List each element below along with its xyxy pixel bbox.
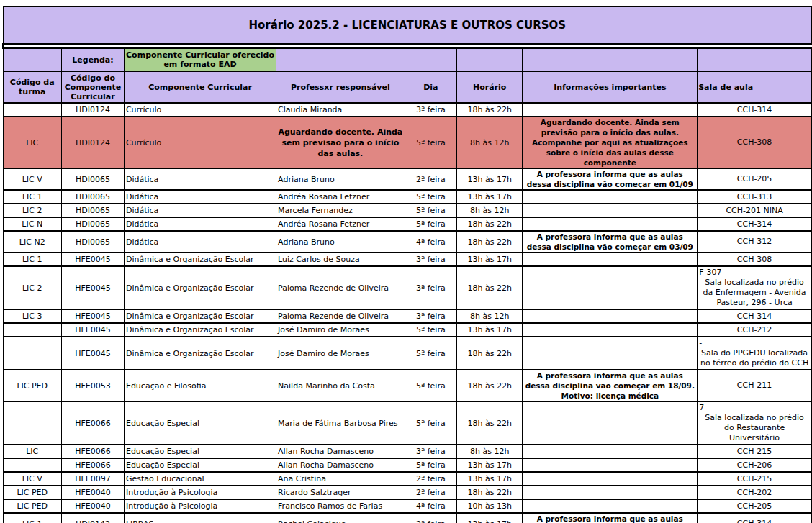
cell-professor: Adriana Bruno — [276, 231, 405, 253]
cell-horario: 13h às 17h — [457, 513, 523, 523]
cell-componente: Educação e Filosofia — [124, 370, 276, 401]
schedule-sheet: Horário 2025.2 - LICENCIATURAS E OUTROS … — [2, 6, 812, 523]
table-row: LIC N2 HDI0065 Didática Adriana Bruno 4ª… — [3, 231, 812, 253]
legend-empty-cell — [3, 48, 62, 71]
cell-dia: 4ª feira — [405, 231, 456, 253]
cell-professor: Paloma Rezende de Oliveira — [276, 266, 405, 309]
cell-componente: Currículo — [124, 117, 276, 168]
sala-text: CCH-212 — [737, 325, 772, 335]
legend-ead-note: Componente Curricular oferecido em forma… — [124, 48, 276, 71]
cell-componente: Didática — [124, 231, 276, 253]
cell-turma: LIC PED — [3, 499, 62, 513]
legend-empty-cell — [457, 48, 523, 71]
cell-turma: LIC V — [3, 168, 62, 190]
cell-horario: 13h às 17h — [457, 323, 523, 337]
cell-professor: José Damiro de Moraes — [276, 323, 405, 337]
sala-text: CCH-211 — [737, 381, 772, 390]
cell-professor: Adriana Bruno — [276, 168, 405, 190]
cell-dia: 2ª feira — [405, 472, 456, 486]
cell-turma: LIC V — [3, 472, 62, 486]
cell-dia: 5ª feira — [405, 323, 456, 337]
cell-dia: 2ª feira — [405, 513, 456, 523]
cell-dia: 3ª feira — [405, 266, 456, 309]
table-row: LIC HDI0124 Currículo Aguardando docente… — [3, 117, 812, 168]
table-row: LIC V HFE0097 Gestão Educacional Ana Cri… — [3, 472, 812, 486]
sala-text: Sala do PPGEDU localizada no térreo do p… — [700, 348, 808, 368]
sala-text: CCH-308 — [737, 137, 772, 147]
cell-professor: Claudia Miranda — [276, 103, 405, 117]
table-row: LIC 1 HDI0142 LIBRAS Rachel Colacique 2ª… — [3, 513, 812, 523]
table-row: LIC 2 HDI0065 Didática Marcela Fernandez… — [3, 204, 812, 217]
cell-sala: CCH-312 — [698, 231, 812, 253]
cell-professor: Ana Cristina — [276, 472, 405, 486]
table-row: LIC PED HFE0040 Introdução à Psicologia … — [3, 499, 812, 513]
cell-horario: 18h às 22h — [457, 217, 523, 231]
cell-horario: 8h às 12h — [457, 117, 523, 168]
cell-codigo: HDI0142 — [62, 513, 125, 523]
column-header-dia: Dia — [405, 71, 456, 103]
cell-horario: 13h às 17h — [457, 472, 523, 486]
cell-informacoes — [523, 323, 698, 337]
cell-componente: Dinâmica e Organização Escolar — [124, 253, 276, 266]
cell-sala: CCH-215 — [698, 445, 812, 458]
sala-text: CCH-314 — [737, 219, 772, 229]
sala-text: CCH-313 — [737, 192, 772, 201]
cell-informacoes: A professora informa que as aulas dessa … — [523, 168, 698, 190]
cell-turma — [3, 323, 62, 337]
table-row: HFE0066 Educação Especial Maria de Fátim… — [3, 401, 812, 445]
cell-dia: 3ª feira — [405, 445, 456, 458]
cell-dia: 5ª feira — [405, 401, 456, 445]
cell-horario: 18h às 22h — [457, 103, 523, 117]
cell-turma: LIC N2 — [3, 231, 62, 253]
sala-text: CCH-314 — [737, 519, 772, 523]
cell-informacoes — [523, 337, 698, 370]
cell-turma: LIC PED — [3, 486, 62, 499]
cell-professor: Francisco Ramos de Farias — [276, 499, 405, 513]
cell-turma: LIC 1 — [3, 253, 62, 266]
table-row: HFE0066 Educação Especial Allan Rocha Da… — [3, 458, 812, 472]
cell-sala: 7 Sala localizada no prédio do Restauran… — [698, 401, 812, 445]
cell-sala: CCH-308 — [698, 117, 812, 168]
cell-informacoes: A professora informa que as aulas dessa … — [523, 231, 698, 253]
cell-componente: Dinâmica e Organização Escolar — [124, 337, 276, 370]
cell-turma: LIC 1 — [3, 190, 62, 204]
cell-componente: Dinâmica e Organização Escolar — [124, 309, 276, 323]
legend-label: Legenda: — [62, 48, 125, 71]
sala-text: CCH-206 — [737, 460, 772, 470]
table-row: LIC 1 HDI0065 Didática Andréa Rosana Fet… — [3, 190, 812, 204]
legend-empty-cell — [523, 48, 698, 71]
cell-codigo: HFE0045 — [62, 253, 125, 266]
cell-codigo: HFE0066 — [62, 401, 125, 445]
cell-sala: CCH-308 — [698, 253, 812, 266]
cell-horario: 18h às 22h — [457, 401, 523, 445]
cell-informacoes — [523, 103, 698, 117]
cell-professor: Rachel Colacique — [276, 513, 405, 523]
table-row: LIC HFE0066 Educação Especial Allan Roch… — [3, 445, 812, 458]
cell-sala: CCH-314 — [698, 309, 812, 323]
column-header-professor: Professxr responsável — [276, 71, 405, 103]
cell-horario: 8h às 12h — [457, 445, 523, 458]
table-row: LIC 2 HFE0045 Dinâmica e Organização Esc… — [3, 266, 812, 309]
cell-informacoes — [523, 499, 698, 513]
legend-empty-cell — [405, 48, 456, 71]
cell-codigo: HDI0065 — [62, 190, 125, 204]
sala-text: CCH-205 — [737, 174, 772, 183]
cell-codigo: HFE0045 — [62, 266, 125, 309]
cell-sala: - Sala do PPGEDU localizada no térreo do… — [698, 337, 812, 370]
cell-componente: Didática — [124, 190, 276, 204]
table-row: LIC 3 HFE0045 Dinâmica e Organização Esc… — [3, 309, 812, 323]
cell-turma: LIC 3 — [3, 309, 62, 323]
cell-dia: 5ª feira — [405, 337, 456, 370]
legend-empty-cell — [276, 48, 405, 71]
cell-dia: 5ª feira — [405, 204, 456, 217]
cell-professor: Luiz Carlos de Souza — [276, 253, 405, 266]
cell-dia: 5ª feira — [405, 117, 456, 168]
sala-text: CCH-308 — [737, 255, 772, 264]
sala-text: CCH-202 — [737, 488, 772, 497]
cell-componente: Didática — [124, 217, 276, 231]
cell-sala: CCH-314 — [698, 103, 812, 117]
cell-sala: CCH-314 — [698, 513, 812, 523]
cell-codigo: HDI0065 — [62, 204, 125, 217]
sala-text: CCH-215 — [737, 447, 772, 456]
cell-horario: 13h às 17h — [457, 253, 523, 266]
